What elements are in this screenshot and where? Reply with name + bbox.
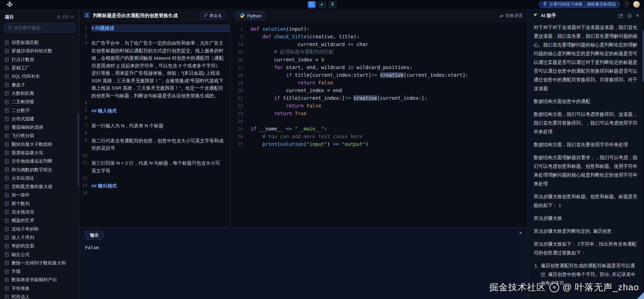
- sidebar-item-label: 番茄编辑的选择: [12, 124, 43, 130]
- file-icon: [5, 142, 9, 147]
- history-icon[interactable]: [627, 14, 632, 18]
- sidebar-item[interactable]: 迷人子序列: [0, 233, 79, 242]
- line-number: 14: [230, 42, 251, 47]
- code-editor[interactable]: 1def solution(input):2 def check_title(c…: [230, 22, 528, 227]
- sidebar-item[interactable]: 翻转后最大子数组和: [0, 140, 79, 149]
- sidebar-item[interactable]: 叠盘子: [0, 81, 79, 89]
- sidebar-item[interactable]: 字符替换: [0, 284, 79, 293]
- sidebar-item[interactable]: 连续子串的和: [0, 225, 79, 233]
- sidebar-item[interactable]: 加一操作: [0, 191, 79, 199]
- sidebar-item[interactable]: 番茄编辑的选择: [0, 123, 79, 132]
- sidebar-item[interactable]: 和为偶数的数字组合: [0, 165, 79, 174]
- sidebar-item[interactable]: 股票收益最大化: [0, 149, 79, 157]
- line-number: 5: [80, 107, 91, 115]
- sidebar-item[interactable]: 火车站选址: [0, 174, 79, 182]
- line-number: 10: [80, 152, 91, 160]
- file-icon: [5, 91, 9, 96]
- sidebar-item[interactable]: 穿越沙漠的补给次数: [0, 47, 79, 55]
- file-icon: [5, 159, 9, 164]
- line-number: 14: [80, 189, 91, 197]
- problem-line-row: 1# 问题描述: [80, 24, 230, 32]
- sidebar-item[interactable]: 奇妙的交易: [0, 242, 79, 250]
- debug-button[interactable]: [308, 1, 316, 8]
- submit-button[interactable]: [328, 1, 336, 8]
- topbar: 分享代码练习体验，领限量定制周边 ?: [0, 0, 644, 9]
- terminal-icon: [310, 2, 314, 7]
- avatar[interactable]: [633, 1, 640, 8]
- problem-line-row: 6: [80, 114, 230, 122]
- sidebar-item[interactable]: 古生物血缘远近判断: [0, 157, 79, 165]
- sidebar-item[interactable]: 打点计数器: [0, 55, 79, 64]
- sidebar-item[interactable]: 二叉树供暖: [0, 98, 79, 106]
- sidebar-item[interactable]: 螺旋的艺术: [0, 216, 79, 225]
- file-icon: [5, 117, 9, 121]
- file-icon: [5, 74, 9, 79]
- ai-scrollbar[interactable]: [642, 30, 644, 82]
- line-number: 17: [230, 65, 251, 70]
- resize-corner-handle[interactable]: [637, 292, 644, 299]
- rename-button[interactable]: 重命名: [200, 12, 226, 20]
- sidebar-item[interactable]: 数据表是否能顺利产出: [0, 276, 79, 284]
- sidebar-item-label: 货船载货量的最大值: [12, 184, 52, 190]
- sidebar-item[interactable]: 分布式团建: [0, 115, 79, 123]
- sidebar-item-label: 两个数列: [12, 201, 30, 207]
- sidebar-item[interactable]: 蛋糕工厂: [0, 64, 79, 72]
- line-number: 21: [230, 96, 251, 101]
- code-line-text: def check_title(creative, title):: [251, 34, 360, 39]
- output-close-icon[interactable]: ×: [519, 230, 522, 236]
- ai-message-paragraph: 数据结构方面，我们首先要使用字符串来处理: [534, 140, 638, 149]
- sidebar-item[interactable]: 升级: [0, 267, 79, 276]
- sidebar-item[interactable]: SQL 代码补全: [0, 72, 79, 81]
- app-logo[interactable]: [6, 1, 14, 7]
- problem-line-row: 9第二行代表含有通配符的创意，创意中包含大小写英文字母和成对的花括号: [80, 137, 230, 152]
- code-line-text: current_index = 0: [251, 57, 324, 62]
- sidebar-item-label: 股票收益最大化: [12, 150, 43, 156]
- sidebar-item-label: 蛋糕工厂: [12, 65, 30, 71]
- sidebar-item[interactable]: 删除一次得到子数组最大和: [0, 259, 79, 267]
- sidebar-item[interactable]: 大数和距离: [0, 89, 79, 98]
- code-header: Python ⇄ 切换语言: [230, 9, 528, 22]
- sidebar-item-label: 创意标题匹配: [12, 39, 39, 46]
- file-icon: [5, 252, 9, 257]
- line-number: 27: [230, 142, 251, 147]
- sidebar-item[interactable]: 货船载货量的最大值: [0, 182, 79, 191]
- file-icon: [5, 218, 9, 223]
- problem-editor[interactable]: 1# 问题描述23在广告平台中，为了给广告主一定的自由性和效率，允许广告主在创意…: [80, 22, 230, 227]
- editors-row: 判断标题是否由含通配符的创意替换生成 重命名 1# 问题描述23在广告平台中，为…: [80, 9, 528, 227]
- file-icon: [5, 108, 9, 113]
- help-button[interactable]: ?: [624, 1, 630, 7]
- search-box: [4, 23, 75, 33]
- problem-header: 判断标题是否由含通配符的创意替换生成 重命名: [80, 9, 230, 22]
- switch-language-button[interactable]: ⇄ 切换语言: [500, 13, 523, 19]
- sidebar-item[interactable]: 二分数字: [0, 106, 79, 114]
- new-chat-icon[interactable]: [619, 14, 623, 18]
- output-tab[interactable]: 输出: [85, 231, 104, 239]
- code-line-row: 27 print(solution("input") == "output"): [230, 140, 528, 148]
- promo-banner[interactable]: 分享代码练习体验，领限量定制周边: [539, 1, 620, 8]
- file-icon: [5, 185, 9, 189]
- sidebar-item[interactable]: 流水线优化: [0, 208, 79, 216]
- sidebar-item[interactable]: 飞行棋分组: [0, 132, 79, 140]
- code-line-row: 21 if title[current_index:]!= creative[c…: [230, 94, 528, 102]
- ai-close-icon[interactable]: ×: [636, 13, 639, 18]
- code-line-row: 18 if title[current_index:start]!= creat…: [230, 71, 528, 79]
- output-value: False: [85, 245, 522, 250]
- ai-message-paragraph: 算法步骤大致如下： 1字符串，找出所有含有通配符的创意通过替换如下：: [534, 240, 638, 257]
- problem-line-text: [91, 152, 230, 160]
- code-line-row: 24: [230, 117, 528, 125]
- sidebar-item-label: 飞行棋分组: [12, 133, 34, 139]
- run-button[interactable]: [318, 1, 326, 8]
- problem-list: 创意标题匹配穿越沙漠的补给次数打点计数器蛋糕工厂SQL 代码补全叠盘子大数和距离…: [0, 33, 79, 299]
- file-icon: [5, 100, 9, 104]
- sidebar-item[interactable]: 时尚达人: [0, 293, 79, 299]
- code-line-row: 1def solution(input):: [230, 25, 528, 33]
- sidebar-item[interactable]: 融合公式: [0, 250, 79, 259]
- language-tab-python[interactable]: Python: [235, 11, 266, 20]
- problem-line-row: 10: [80, 152, 230, 160]
- ai-title: AI 助手: [541, 13, 556, 19]
- sidebar-item[interactable]: 创意标题匹配: [0, 38, 79, 47]
- sidebar-item[interactable]: 两个数列: [0, 200, 79, 208]
- code-line-text: return False: [251, 80, 333, 85]
- search-input[interactable]: [14, 25, 72, 30]
- sidebar-scrollbar[interactable]: [77, 114, 79, 187]
